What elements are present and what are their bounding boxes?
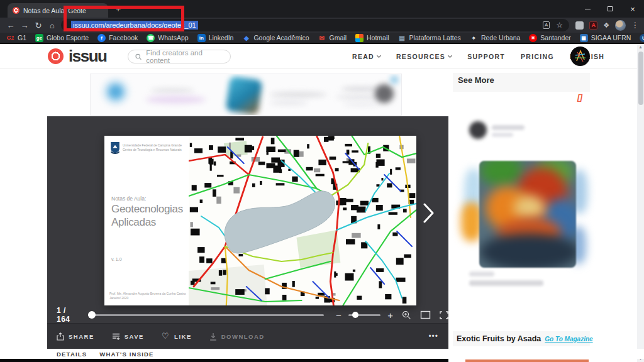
search-icon: [135, 53, 142, 60]
bookmark-label: Santander: [540, 34, 570, 41]
tab-whats-inside[interactable]: WHAT'S INSIDE: [99, 351, 153, 358]
bookmark-item[interactable]: G1G1: [6, 34, 26, 42]
next-page-button[interactable]: [421, 202, 435, 224]
page-frame-icon: [420, 310, 431, 319]
tab-details[interactable]: DETAILS: [57, 351, 87, 358]
close-button[interactable]: ×: [621, 0, 644, 18]
bookmark-item[interactable]: inLinkedIn: [197, 34, 234, 42]
search-placeholder: Find creators and content: [146, 49, 223, 64]
issuu-logo-icon: [48, 48, 64, 64]
save-button[interactable]: SAVE: [112, 332, 144, 341]
bookmark-favicon: in: [197, 34, 206, 42]
ad-marker-icon[interactable]: []: [577, 93, 582, 102]
see-more-heading: See More: [453, 73, 590, 92]
bookmark-star-icon[interactable]: ☆: [556, 21, 563, 30]
bookmark-label: Rede Urbana: [481, 34, 520, 41]
page-slider-thumb[interactable]: [88, 311, 96, 319]
bookmark-label: Plataforma Lattes: [409, 34, 461, 41]
nav-item-pricing[interactable]: PRICING: [521, 53, 554, 60]
save-label: SAVE: [125, 333, 144, 340]
bookmark-item[interactable]: fFacebook: [97, 34, 138, 42]
save-stack-icon: [112, 332, 120, 341]
bookmark-item[interactable]: UUFCG - Controle Ac...: [640, 34, 644, 42]
nav-label: PRICING: [521, 53, 554, 60]
download-icon: [209, 332, 217, 341]
bookmark-item[interactable]: ✳Santander: [529, 34, 570, 42]
zoom-in-button[interactable]: +: [387, 310, 393, 320]
banner-ad[interactable]: [90, 74, 402, 116]
magazine-cover-thumbnail[interactable]: [479, 161, 576, 268]
user-avatar[interactable]: [570, 47, 590, 66]
maximize-button[interactable]: [599, 0, 621, 18]
cover-institution: Universidade Federal de Campina Grande C…: [123, 143, 187, 152]
scroll-up-icon[interactable]: ▲: [637, 44, 644, 50]
nav-item-support[interactable]: SUPPORT: [467, 53, 505, 60]
bottom-strip: [0, 359, 448, 362]
issuu-wordmark: issuu: [69, 48, 106, 64]
bookmark-label: Google Acadêmico: [253, 34, 309, 41]
like-button[interactable]: ♡ LIKE: [162, 332, 192, 340]
bookmark-item[interactable]: ⌖Rede Urbana: [470, 34, 520, 42]
extensions-area: A ❖ ⋮: [575, 19, 639, 31]
cover-author: Prof. Me. Alexandre Augusto Bezerra da C…: [109, 292, 187, 300]
fullscreen-button[interactable]: [440, 311, 448, 319]
issuu-favicon: [13, 7, 19, 14]
header-nav: READRESOURCESSUPPORTPRICINGPUBLISH: [352, 44, 604, 69]
bookmark-item[interactable]: ▤Plataforma Lattes: [398, 34, 461, 42]
search-input[interactable]: Find creators and content: [128, 50, 231, 63]
publisher-avatar[interactable]: [469, 121, 487, 139]
forward-icon[interactable]: →: [18, 21, 31, 30]
browser-window: Notas de Aula: Geote + × ← → ↻ ⌂ issuu.c…: [0, 0, 644, 362]
bookmarks-bar: G1G1geGlobo EsportefFacebook☎WhatsAppinL…: [0, 33, 644, 43]
profile-avatar[interactable]: [615, 20, 626, 31]
bookmark-label: LinkedIn: [209, 34, 234, 41]
magnifier-icon: [402, 310, 411, 320]
extensions-puzzle-icon[interactable]: ❖: [603, 21, 609, 30]
cover-map-image: [189, 136, 416, 305]
bookmark-item[interactable]: ▦SIGAA UFRN: [580, 34, 631, 42]
bookmark-item[interactable]: ☎WhatsApp: [147, 34, 188, 42]
heart-icon: ♡: [162, 332, 170, 340]
go-to-magazine-link[interactable]: Go To Magazine: [545, 336, 592, 343]
chevron-right-icon: [423, 203, 434, 223]
zoom-lens-button[interactable]: [402, 310, 411, 320]
promo-title: Exotic Fruits by Asada: [457, 334, 541, 343]
extension-icon[interactable]: [575, 21, 584, 30]
back-icon[interactable]: ←: [4, 21, 18, 30]
issuu-logo[interactable]: issuu: [48, 48, 106, 64]
bookmark-item[interactable]: ✉Gmail: [318, 34, 347, 42]
home-icon[interactable]: ⌂: [45, 21, 59, 30]
download-button[interactable]: DOWNLOAD: [209, 332, 265, 341]
annotation-highlight-box: [64, 6, 184, 31]
adobe-acrobat-icon[interactable]: A: [589, 21, 597, 30]
publisher-name-blurred: [492, 125, 525, 130]
zoom-slider[interactable]: [348, 314, 381, 316]
share-button[interactable]: SHARE: [57, 332, 94, 341]
issuu-header: issuu Find creators and content READRESO…: [0, 44, 644, 69]
chevron-down-icon: [448, 53, 452, 58]
more-options-button[interactable]: •••: [428, 332, 438, 341]
share-label: SHARE: [69, 333, 94, 340]
page-slider[interactable]: [88, 314, 324, 316]
cover-kicker: Notas de Aula:: [111, 195, 146, 202]
action-bar: SHARE SAVE ♡ LIKE DOWNLOAD •••: [47, 323, 448, 349]
minimize-button[interactable]: [576, 0, 599, 18]
zoom-slider-thumb[interactable]: [352, 312, 358, 318]
sidebar: See More [] Exotic Fruits by Asada Go To…: [448, 69, 637, 359]
bookmark-item[interactable]: geGlobo Esporte: [35, 34, 89, 42]
bookmark-favicon: ▦: [580, 34, 588, 42]
nav-item-read[interactable]: READ: [352, 53, 380, 60]
browser-menu-icon[interactable]: ⋮: [631, 21, 639, 30]
bookmark-item[interactable]: ◆Google Acadêmico: [242, 34, 309, 42]
page-scrollbar[interactable]: ▲ ▼: [637, 44, 644, 362]
fit-page-button[interactable]: [420, 310, 431, 319]
reload-icon[interactable]: ↻: [31, 21, 45, 30]
bookmark-item[interactable]: Hotmail: [355, 34, 389, 42]
scrollbar-thumb[interactable]: [638, 52, 643, 105]
zoom-out-button[interactable]: −: [336, 310, 341, 320]
nav-item-resources[interactable]: RESOURCES: [396, 53, 452, 60]
download-label: DOWNLOAD: [221, 333, 265, 340]
share-icon: [57, 332, 64, 341]
document-cover-page[interactable]: Universidade Federal de Campina Grande C…: [104, 136, 416, 305]
translate-icon[interactable]: A: [543, 21, 550, 29]
